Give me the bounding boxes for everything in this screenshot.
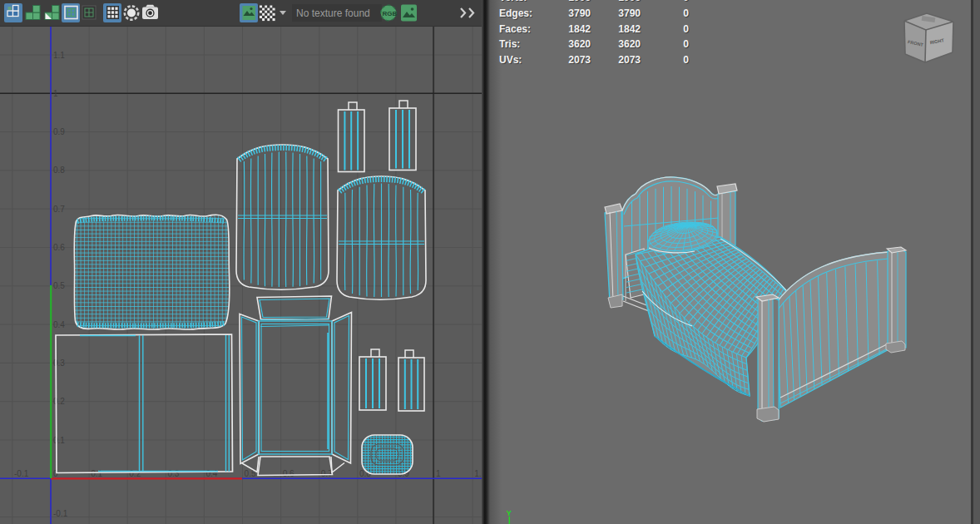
svg-text:1: 1 bbox=[53, 89, 58, 98]
svg-text:0.7: 0.7 bbox=[53, 205, 65, 214]
svg-text:0.9: 0.9 bbox=[53, 127, 65, 136]
svg-text:0.6: 0.6 bbox=[283, 469, 294, 478]
svg-text:Y: Y bbox=[507, 508, 512, 517]
svg-text:-0.1: -0.1 bbox=[53, 509, 68, 518]
svg-text:0.3: 0.3 bbox=[167, 469, 179, 478]
svg-text:0.4: 0.4 bbox=[206, 469, 218, 478]
svg-text:0.2: 0.2 bbox=[53, 397, 65, 406]
svg-text:1: 1 bbox=[436, 469, 441, 478]
svg-text:0.3: 0.3 bbox=[53, 358, 65, 368]
svg-text:RGB: RGB bbox=[383, 10, 398, 17]
svg-text:No texture found: No texture found bbox=[296, 7, 370, 19]
svg-text:0.4: 0.4 bbox=[53, 320, 65, 329]
svg-text:0.8: 0.8 bbox=[53, 166, 65, 175]
svg-text:-0.1: -0.1 bbox=[14, 469, 29, 478]
svg-text:0.1: 0.1 bbox=[53, 436, 65, 445]
svg-text:0.6: 0.6 bbox=[53, 243, 65, 252]
svg-text:1.1: 1.1 bbox=[53, 51, 65, 60]
svg-text:0.5: 0.5 bbox=[53, 281, 65, 290]
